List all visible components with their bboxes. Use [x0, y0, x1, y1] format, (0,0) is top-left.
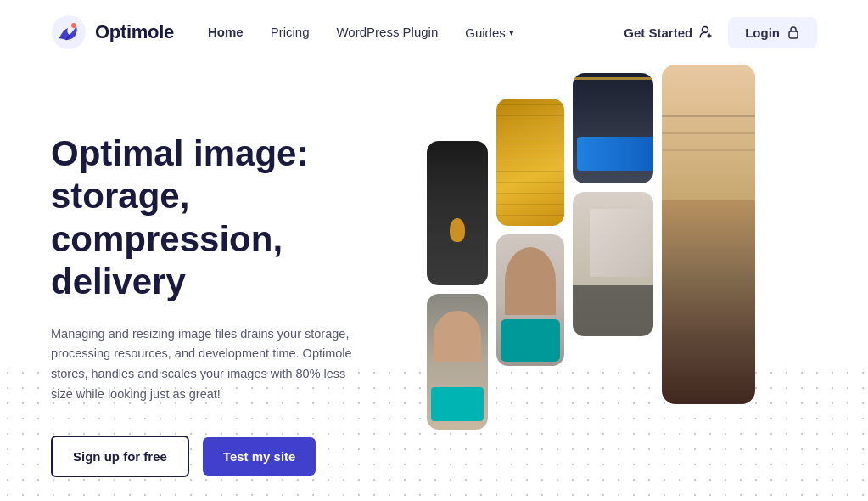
hero-image-coastal: [662, 65, 755, 404]
nav-item-pricing[interactable]: Pricing: [271, 25, 310, 40]
hero-title: Optimal image: storage, compression, del…: [51, 132, 407, 304]
nav-links: Home Pricing WordPress Plugin Guides ▾: [208, 25, 514, 40]
nav-link-wordpress[interactable]: WordPress Plugin: [336, 25, 438, 39]
lock-icon: [787, 25, 800, 39]
nav-item-home[interactable]: Home: [208, 25, 244, 40]
nav-item-wordpress[interactable]: WordPress Plugin: [336, 25, 438, 40]
image-column-1: [427, 141, 488, 430]
hero-buttons: Sign up for free Test my site: [51, 436, 407, 477]
signup-button[interactable]: Sign up for free: [51, 436, 189, 477]
image-column-2: [496, 99, 564, 366]
nav-item-guides[interactable]: Guides ▾: [465, 25, 514, 40]
hero-image-bus-station: [573, 73, 653, 183]
login-button[interactable]: Login: [728, 17, 817, 48]
hero-image-building: [496, 99, 564, 226]
image-column-4: [662, 65, 755, 404]
get-started-button[interactable]: Get Started: [624, 24, 714, 41]
nav-link-home[interactable]: Home: [208, 25, 244, 39]
hero-section: Optimal image: storage, compression, del…: [0, 65, 868, 501]
logo-icon: [51, 14, 87, 50]
logo[interactable]: Optimole: [51, 14, 174, 50]
nav-left: Optimole Home Pricing WordPress Plugin G…: [51, 14, 514, 50]
user-add-icon: [697, 24, 714, 41]
svg-point-1: [71, 23, 76, 28]
brand-name: Optimole: [95, 21, 174, 43]
nav-link-pricing[interactable]: Pricing: [271, 25, 310, 39]
nav-link-guides[interactable]: Guides ▾: [465, 25, 514, 40]
hero-image-woman-face: [496, 234, 564, 366]
hero-image-grid: [427, 65, 868, 501]
nav-right: Get Started Login: [624, 17, 817, 48]
hero-content: Optimal image: storage, compression, del…: [51, 115, 407, 477]
hero-image-person-dark: [427, 141, 488, 285]
navbar: Optimole Home Pricing WordPress Plugin G…: [0, 0, 868, 65]
svg-rect-3: [789, 31, 798, 38]
hero-image-woman-book: [427, 294, 488, 430]
hero-description: Managing and resizing image files drains…: [51, 324, 365, 406]
image-column-3: [573, 73, 653, 336]
test-site-button[interactable]: Test my site: [203, 437, 316, 476]
hero-image-architecture: [573, 192, 653, 336]
svg-point-0: [52, 15, 86, 49]
chevron-down-icon: ▾: [509, 27, 514, 38]
